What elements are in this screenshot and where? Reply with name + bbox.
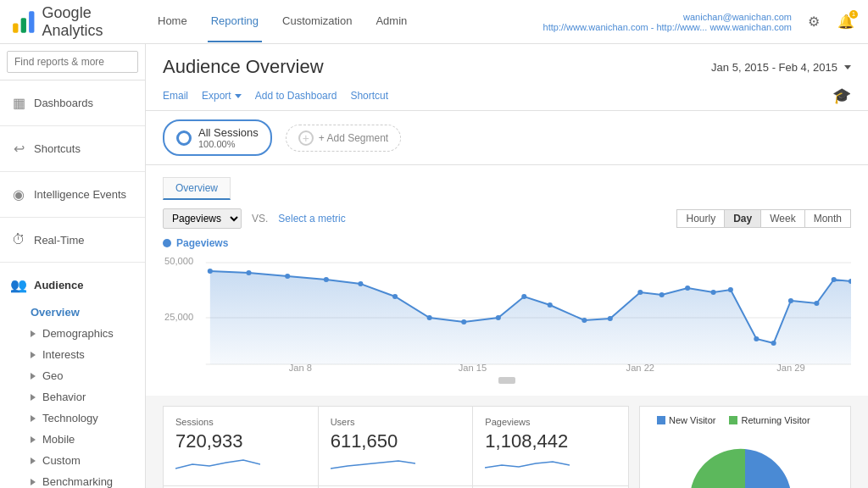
users-label: Users (331, 417, 461, 427)
svg-point-28 (788, 298, 793, 303)
user-email-url: wanichan@wanichan.com http://www.wanicha… (543, 12, 792, 32)
export-label: Export (202, 90, 231, 102)
week-button[interactable]: Week (760, 209, 804, 228)
nav-admin[interactable]: Admin (372, 1, 410, 42)
svg-text:Jan 22: Jan 22 (626, 363, 655, 373)
add-segment-label: + Add Segment (319, 132, 388, 144)
stats-grid-container: Sessions 720,933 Users 611,650 (163, 406, 629, 488)
shortcuts-icon: ↩ (10, 141, 27, 157)
svg-text:Jan 8: Jan 8 (289, 363, 312, 373)
chart-series-label: Pageviews (163, 237, 851, 249)
add-segment-button[interactable]: + + Add Segment (286, 125, 401, 152)
sidebar-audience-sub: Overview Demographics Interests Geo Beha… (0, 299, 145, 488)
sidebar-intelligence-label: Intelligence Events (34, 188, 126, 201)
graduation-cap-icon[interactable]: 🎓 (832, 86, 851, 105)
svg-text:50,000: 50,000 (164, 256, 193, 266)
sidebar-item-geo[interactable]: Geo (0, 365, 145, 386)
pageviews-sparkline (485, 456, 570, 473)
svg-point-26 (754, 336, 759, 341)
nav-home[interactable]: Home (154, 1, 191, 42)
segment-info: All Sessions 100.00% (198, 126, 259, 149)
sidebar-item-mobile[interactable]: Mobile (0, 429, 145, 450)
interests-label: Interests (42, 348, 85, 361)
stat-users: Users 611,650 (319, 407, 474, 486)
date-range-chevron-icon (844, 65, 851, 69)
pie-legend: New Visitor Returning Visitor (648, 415, 810, 425)
benchmarking-label: Benchmarking (42, 475, 113, 488)
sidebar-item-behavior[interactable]: Behavior (0, 386, 145, 408)
svg-point-16 (496, 315, 501, 320)
svg-point-18 (548, 302, 553, 308)
time-buttons: Hourly Day Week Month (677, 209, 851, 228)
demographics-label: Demographics (42, 327, 114, 340)
export-button[interactable]: Export (202, 90, 242, 102)
sidebar: ▦ Dashboards ↩ Shortcuts ◉ Intelligence … (0, 44, 146, 488)
sidebar-dashboards-label: Dashboards (34, 97, 93, 109)
page-title: Audience Overview (163, 56, 324, 78)
settings-icon[interactable]: ⚙ (802, 10, 826, 34)
sidebar-realtime-label: Real-Time (34, 234, 84, 247)
content-header: Audience Overview Jan 5, 2015 - Feb 4, 2… (146, 44, 868, 111)
sidebar-item-intelligence[interactable]: ◉ Intelligence Events (0, 180, 145, 208)
notifications-icon[interactable]: 🔔 1 (834, 10, 858, 34)
sidebar-item-dashboards[interactable]: ▦ Dashboards (0, 89, 145, 117)
sidebar-item-demographics[interactable]: Demographics (0, 323, 145, 344)
pie-chart: 71.7% 28.3% (669, 432, 821, 488)
email-button[interactable]: Email (163, 90, 188, 102)
svg-text:25,000: 25,000 (164, 312, 193, 322)
sidebar-item-interests[interactable]: Interests (0, 344, 145, 365)
segment-percent: 100.00% (198, 139, 259, 149)
dashboards-icon: ▦ (10, 95, 27, 111)
add-to-dashboard-button[interactable]: Add to Dashboard (255, 90, 337, 102)
intelligence-icon: ◉ (10, 186, 27, 202)
main-layout: ▦ Dashboards ↩ Shortcuts ◉ Intelligence … (0, 44, 868, 488)
content-area: Audience Overview Jan 5, 2015 - Feb 4, 2… (146, 44, 868, 488)
mobile-label: Mobile (42, 433, 75, 446)
header-icons: ⚙ 🔔 1 (802, 10, 858, 34)
svg-point-21 (637, 290, 643, 295)
technology-label: Technology (42, 412, 98, 424)
chart-scroll-handle[interactable] (498, 377, 515, 384)
segment-name: All Sessions (198, 126, 259, 139)
metric-select[interactable]: Pageviews (163, 208, 242, 229)
select-metric-link[interactable]: Select a metric (278, 213, 345, 225)
sidebar-item-benchmarking[interactable]: Benchmarking (0, 471, 145, 488)
chart-container: 50,000 25,000 (163, 254, 851, 384)
sidebar-shortcuts-label: Shortcuts (34, 142, 81, 155)
date-range-selector[interactable]: Jan 5, 2015 - Feb 4, 2015 (711, 61, 851, 74)
users-value: 611,650 (331, 430, 461, 452)
svg-text:Jan 15: Jan 15 (459, 363, 487, 373)
benchmarking-expand-icon (31, 479, 36, 485)
sidebar-item-technology[interactable]: Technology (0, 408, 145, 429)
sidebar-item-audience[interactable]: 👥 Audience (0, 271, 145, 299)
day-button[interactable]: Day (724, 209, 761, 228)
svg-point-11 (324, 277, 329, 282)
mobile-expand-icon (31, 436, 36, 443)
header-user-info: wanichan@wanichan.com http://www.wanicha… (543, 10, 858, 34)
shortcut-button[interactable]: Shortcut (350, 90, 388, 102)
stats-grid: Sessions 720,933 Users 611,650 (163, 406, 629, 488)
sidebar-item-custom[interactable]: Custom (0, 450, 145, 471)
svg-point-9 (246, 270, 251, 275)
hourly-button[interactable]: Hourly (676, 209, 725, 228)
sidebar-item-overview[interactable]: Overview (0, 302, 145, 323)
svg-point-20 (608, 316, 613, 321)
sidebar-item-shortcuts[interactable]: ↩ Shortcuts (0, 135, 145, 163)
month-button[interactable]: Month (804, 209, 851, 228)
user-email: wanichan@wanichan.com (543, 12, 792, 22)
search-input[interactable] (7, 51, 138, 73)
nav-reporting[interactable]: Reporting (208, 1, 262, 42)
sidebar-realtime-section: ⏱ Real-Time (0, 218, 145, 263)
pageviews-label: Pageviews (485, 417, 616, 427)
svg-point-22 (659, 292, 665, 297)
tab-overview[interactable]: Overview (163, 177, 231, 200)
header: Google Analytics Home Reporting Customiz… (0, 0, 868, 44)
svg-point-29 (814, 301, 819, 306)
series-label-text: Pageviews (176, 237, 228, 249)
vs-label: VS. (252, 213, 268, 225)
nav-customization[interactable]: Customization (279, 1, 355, 42)
sidebar-item-realtime[interactable]: ⏱ Real-Time (0, 226, 145, 253)
main-nav: Home Reporting Customization Admin (154, 1, 543, 42)
all-sessions-segment[interactable]: All Sessions 100.00% (163, 119, 272, 156)
segment-bar: All Sessions 100.00% + + Add Segment (146, 111, 868, 165)
